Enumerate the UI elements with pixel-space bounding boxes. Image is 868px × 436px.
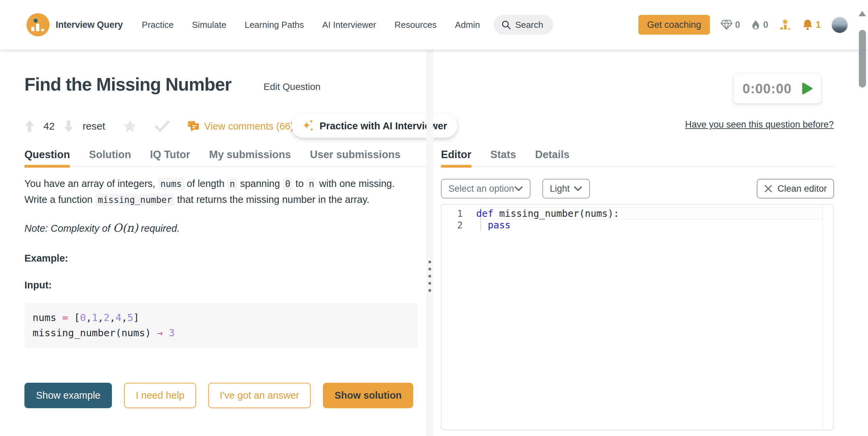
- show-solution-button[interactable]: Show solution: [323, 383, 413, 408]
- tab-editor[interactable]: Editor: [441, 149, 471, 166]
- show-example-button[interactable]: Show example: [24, 383, 112, 408]
- flame-icon: [751, 19, 760, 31]
- tab-my-submissions[interactable]: My submissions: [209, 149, 291, 166]
- nav-simulate[interactable]: Simulate: [192, 20, 226, 30]
- example-code-line-1: nums = [0,1,2,4,5]: [33, 310, 410, 325]
- question-tabs: Question Solution IQ Tutor My submission…: [24, 149, 426, 167]
- nav-learning-paths[interactable]: Learning Paths: [245, 20, 304, 30]
- tab-details[interactable]: Details: [535, 149, 570, 166]
- search-icon: [501, 20, 511, 30]
- header-right-cluster: Get coaching 0 0: [638, 15, 848, 35]
- input-heading: Input:: [24, 280, 52, 291]
- view-comments-label: View comments (66): [204, 121, 294, 132]
- get-coaching-button[interactable]: Get coaching: [638, 15, 710, 35]
- upvote-button[interactable]: [24, 120, 35, 133]
- editor-line: 1 def missing_number(nums):: [442, 208, 822, 219]
- upvote-count: 42: [43, 120, 55, 132]
- example-code-block: nums = [0,1,2,4,5] missing_number(nums) …: [24, 303, 418, 348]
- gems-count: 0: [735, 20, 740, 30]
- logo-chart-icon: [26, 13, 50, 36]
- language-select-value: Select an option: [448, 184, 514, 194]
- tab-iq-tutor[interactable]: IQ Tutor: [150, 149, 190, 166]
- main-nav: Practice Simulate Learning Paths AI Inte…: [142, 20, 480, 30]
- seen-before-link[interactable]: Have you seen this question before?: [685, 119, 834, 130]
- streak-count: 0: [763, 20, 768, 30]
- editor-scroll-track: [822, 205, 823, 430]
- search-button[interactable]: Search: [494, 15, 553, 35]
- question-meta-row: 42 reset View comments (66): [24, 115, 294, 138]
- timer-value: 0:00:00: [742, 81, 792, 96]
- need-help-button[interactable]: I need help: [124, 383, 196, 408]
- user-avatar[interactable]: [832, 17, 848, 33]
- theme-select[interactable]: Light: [542, 179, 590, 198]
- tab-solution[interactable]: Solution: [89, 149, 131, 166]
- question-paragraph: You have an array of integers, nums of l…: [24, 176, 420, 208]
- streak-counter[interactable]: 0: [751, 19, 768, 31]
- line-number: 2: [442, 220, 471, 230]
- nav-admin[interactable]: Admin: [455, 20, 480, 30]
- nav-resources[interactable]: Resources: [394, 20, 437, 30]
- bell-icon: [802, 19, 813, 31]
- downvote-arrow-icon: [63, 120, 74, 133]
- clean-editor-button[interactable]: Clean editor: [757, 179, 834, 198]
- question-actions: Show example I need help I've got an ans…: [24, 383, 413, 408]
- big-o-math: O(n): [113, 221, 138, 234]
- check-icon: [155, 120, 170, 132]
- editor-tabs: Editor Stats Details: [441, 149, 834, 167]
- comments-icon: [187, 120, 199, 132]
- star-icon: [123, 119, 137, 133]
- leaderboard-button[interactable]: [779, 18, 791, 32]
- brand-name[interactable]: Interview Query: [56, 20, 123, 30]
- interview-query-logo[interactable]: [26, 13, 50, 36]
- gems-counter[interactable]: 0: [721, 19, 740, 30]
- view-comments-link[interactable]: View comments (66): [187, 120, 294, 132]
- notifications-button[interactable]: 1: [802, 19, 821, 31]
- chevron-down-icon: [514, 186, 523, 191]
- scrollbar-thumb[interactable]: [859, 30, 866, 88]
- upvote-arrow-icon: [24, 120, 35, 133]
- chevron-down-icon: [574, 186, 582, 191]
- line-number: 1: [442, 208, 471, 219]
- scrollbar-up-arrow[interactable]: [859, 11, 866, 16]
- theme-select-value: Light: [550, 184, 570, 194]
- downvote-button[interactable]: [63, 120, 74, 133]
- sparkles-icon: [302, 119, 315, 133]
- clean-editor-label: Clean editor: [777, 184, 827, 194]
- tab-question[interactable]: Question: [24, 149, 70, 166]
- edit-question-link[interactable]: Edit Question: [264, 81, 321, 92]
- question-note: Note: Complexity of O(n) required.: [24, 221, 180, 234]
- timer-card: 0:00:00: [733, 74, 822, 103]
- code-editor[interactable]: 1 def missing_number(nums): 2 pass: [441, 204, 834, 430]
- play-button[interactable]: [802, 82, 812, 95]
- example-heading: Example:: [24, 253, 68, 264]
- editor-line: 2 pass: [442, 219, 822, 231]
- reset-link[interactable]: reset: [82, 120, 105, 132]
- tab-stats[interactable]: Stats: [490, 149, 516, 166]
- close-icon: [764, 184, 773, 193]
- gem-icon: [721, 19, 732, 30]
- nav-ai-interviewer[interactable]: AI Interviewer: [322, 20, 376, 30]
- language-select[interactable]: Select an option: [441, 179, 531, 198]
- rank-star-icon: [779, 18, 791, 32]
- panel-resize-handle[interactable]: [426, 50, 433, 436]
- mark-done-button[interactable]: [155, 120, 170, 132]
- nav-practice[interactable]: Practice: [142, 20, 174, 30]
- search-label: Search: [515, 20, 543, 30]
- got-answer-button[interactable]: I've got an answer: [208, 383, 311, 408]
- tab-user-submissions[interactable]: User submissions: [310, 149, 401, 166]
- top-nav-bar: Interview Query Practice Simulate Learni…: [0, 0, 868, 50]
- notifications-count: 1: [816, 20, 821, 30]
- page-title: Find the Missing Number: [24, 74, 231, 95]
- drag-dots-icon: [428, 261, 431, 292]
- example-code-line-2: missing_number(nums) → 3: [33, 325, 410, 341]
- bookmark-star-button[interactable]: [123, 119, 137, 133]
